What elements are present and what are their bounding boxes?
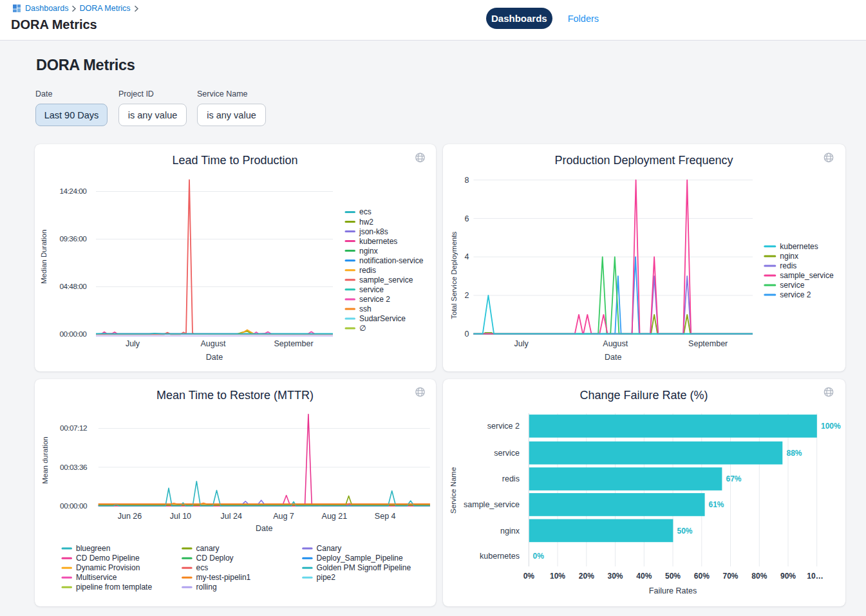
svg-text:rolling: rolling <box>196 583 217 592</box>
svg-text:service 2: service 2 <box>359 295 390 304</box>
svg-text:67%: 67% <box>726 474 742 483</box>
svg-text:redis: redis <box>780 261 796 270</box>
svg-text:Failure Rates: Failure Rates <box>649 586 697 595</box>
svg-text:ecs: ecs <box>359 207 372 216</box>
svg-text:Date: Date <box>256 524 272 533</box>
svg-text:pipeline from template: pipeline from template <box>76 583 152 592</box>
svg-text:September: September <box>688 339 728 348</box>
svg-text:Median Duration: Median Duration <box>40 230 48 284</box>
svg-text:redis: redis <box>359 266 376 275</box>
svg-text:sample_service: sample_service <box>464 500 520 509</box>
svg-text:service 2: service 2 <box>780 290 811 299</box>
svg-text:hw2: hw2 <box>359 218 373 227</box>
svg-text:service: service <box>494 449 520 458</box>
svg-text:00:00:00: 00:00:00 <box>60 501 88 510</box>
svg-text:nginx: nginx <box>359 247 378 256</box>
svg-text:kubernetes: kubernetes <box>359 237 397 246</box>
svg-text:Deploy_Sample_Pipeline: Deploy_Sample_Pipeline <box>317 554 403 563</box>
svg-text:json-k8s: json-k8s <box>359 227 388 236</box>
svg-text:my-test-pipelin1: my-test-pipelin1 <box>196 573 251 582</box>
svg-text:Mean duration: Mean duration <box>41 436 49 484</box>
svg-text:Production Deployment Frequenc: Production Deployment Frequency <box>554 154 733 167</box>
svg-text:sample_service: sample_service <box>359 275 413 285</box>
svg-text:10…: 10… <box>807 572 823 581</box>
svg-text:notification-service: notification-service <box>359 256 424 265</box>
svg-text:00:00:00: 00:00:00 <box>59 330 87 339</box>
svg-text:canary: canary <box>196 544 220 553</box>
svg-text:service 2: service 2 <box>487 422 520 431</box>
svg-text:04:48:00: 04:48:00 <box>59 282 87 291</box>
svg-text:Total Service Deployments: Total Service Deployments <box>450 231 458 319</box>
svg-text:SudarService: SudarService <box>359 314 406 323</box>
svg-text:00:07:12: 00:07:12 <box>60 424 87 433</box>
svg-text:Mean Time to Restore (MTTR): Mean Time to Restore (MTTR) <box>156 389 314 402</box>
svg-text:Canary: Canary <box>317 544 342 553</box>
svg-text:Aug 21: Aug 21 <box>322 512 348 521</box>
svg-text:ssh: ssh <box>359 304 372 313</box>
svg-text:09:36:00: 09:36:00 <box>59 234 87 243</box>
svg-text:Sep 4: Sep 4 <box>375 512 396 521</box>
svg-text:Date: Date <box>206 353 223 362</box>
svg-text:August: August <box>603 339 628 348</box>
svg-text:Jul 24: Jul 24 <box>221 512 242 521</box>
svg-text:∅: ∅ <box>359 324 366 333</box>
svg-text:40%: 40% <box>636 572 652 581</box>
svg-text:nginx: nginx <box>780 252 798 261</box>
svg-text:10%: 10% <box>550 572 565 581</box>
svg-text:July: July <box>126 339 140 348</box>
svg-text:kubernetes: kubernetes <box>780 242 818 251</box>
svg-text:CD Demo Pipeline: CD Demo Pipeline <box>76 554 140 563</box>
svg-text:50%: 50% <box>665 572 681 581</box>
svg-text:60%: 60% <box>694 572 710 581</box>
svg-text:kubernetes: kubernetes <box>480 552 520 561</box>
svg-text:88%: 88% <box>787 449 802 458</box>
svg-text:ecs: ecs <box>196 563 209 572</box>
svg-text:Service Name: Service Name <box>449 467 457 514</box>
svg-text:Jul 10: Jul 10 <box>170 512 191 521</box>
svg-text:service: service <box>359 285 384 294</box>
svg-text:September: September <box>274 339 313 348</box>
svg-text:14:24:00: 14:24:00 <box>59 187 87 196</box>
svg-text:Golden PM Signoff Pipeline: Golden PM Signoff Pipeline <box>317 563 411 572</box>
svg-text:sample_service: sample_service <box>780 271 834 280</box>
svg-text:pipe2: pipe2 <box>317 573 336 582</box>
svg-text:0%: 0% <box>523 572 535 581</box>
svg-text:Jun 26: Jun 26 <box>118 512 142 521</box>
svg-text:nginx: nginx <box>500 527 520 536</box>
svg-text:August: August <box>201 339 226 348</box>
svg-text:100%: 100% <box>821 422 841 431</box>
svg-text:0: 0 <box>464 330 469 339</box>
svg-text:70%: 70% <box>722 572 738 581</box>
svg-text:Change Failure Rate (%): Change Failure Rate (%) <box>579 389 708 402</box>
svg-text:service: service <box>780 281 804 290</box>
svg-text:CD Deploy: CD Deploy <box>196 554 234 563</box>
svg-text:bluegreen: bluegreen <box>76 544 110 553</box>
svg-text:6: 6 <box>464 214 469 223</box>
svg-text:July: July <box>514 339 529 348</box>
svg-text:redis: redis <box>502 474 520 483</box>
svg-text:4: 4 <box>464 252 469 261</box>
svg-text:61%: 61% <box>709 500 724 509</box>
svg-text:Lead Time to Production: Lead Time to Production <box>172 154 297 167</box>
svg-text:90%: 90% <box>780 572 796 581</box>
svg-text:2: 2 <box>464 291 469 300</box>
svg-text:Dynamic Provision: Dynamic Provision <box>76 563 140 572</box>
svg-text:8: 8 <box>464 176 469 185</box>
svg-text:Aug 7: Aug 7 <box>273 512 294 521</box>
svg-text:20%: 20% <box>579 572 594 581</box>
svg-text:0%: 0% <box>533 552 545 561</box>
svg-text:80%: 80% <box>751 572 767 581</box>
svg-text:00:03:36: 00:03:36 <box>60 463 88 472</box>
svg-text:Multiservice: Multiservice <box>76 573 117 582</box>
svg-text:50%: 50% <box>677 527 693 536</box>
svg-text:30%: 30% <box>607 572 623 581</box>
svg-text:Date: Date <box>605 353 621 362</box>
